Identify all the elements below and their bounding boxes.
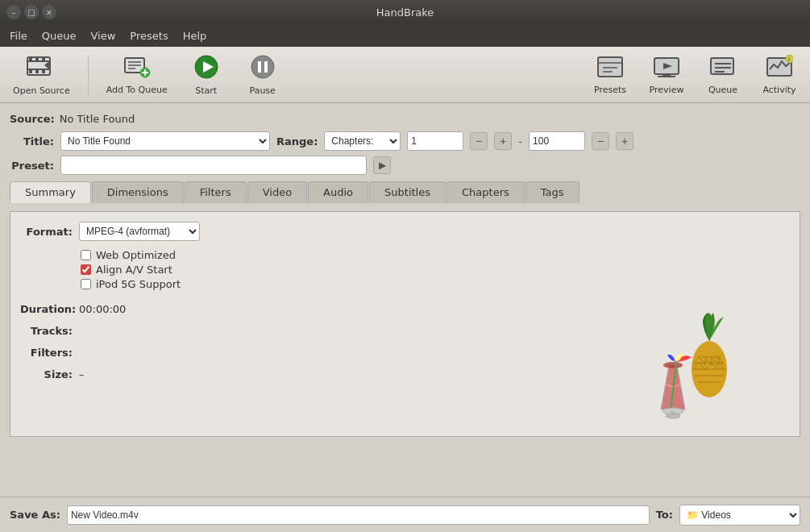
save-bar: Save As: To: 📁 Videos xyxy=(0,497,810,532)
open-source-label: Open Source xyxy=(13,85,70,96)
range-start-input[interactable] xyxy=(407,131,463,151)
preset-label: Preset: xyxy=(10,160,54,172)
pause-button[interactable]: Pause xyxy=(239,51,287,99)
add-to-queue-icon xyxy=(123,55,151,82)
minimize-button[interactable]: – xyxy=(6,5,21,19)
web-optimized-label: Web Optimized xyxy=(96,249,176,261)
tracks-row: Tracks: xyxy=(20,325,790,337)
queue-label: Queue xyxy=(708,85,737,95)
save-filename-input[interactable] xyxy=(67,505,650,525)
tab-chapters[interactable]: Chapters xyxy=(447,181,525,203)
activity-button[interactable]: i Activity xyxy=(755,52,804,98)
svg-point-18 xyxy=(251,56,274,78)
add-to-queue-label: Add To Queue xyxy=(106,85,168,95)
align-av-row: Align A/V Start xyxy=(81,264,790,276)
activity-label: Activity xyxy=(762,85,795,95)
svg-rect-8 xyxy=(42,70,45,73)
menu-view[interactable]: View xyxy=(84,27,122,44)
presets-icon xyxy=(596,55,624,82)
preview-button[interactable]: Preview xyxy=(642,52,691,98)
title-row: Title: No Title Found Range: Chapters: −… xyxy=(10,131,800,151)
range-dash: - xyxy=(518,135,522,148)
maximize-button[interactable]: □ xyxy=(24,5,39,19)
save-as-label: Save As: xyxy=(10,509,60,521)
size-value: – xyxy=(79,368,85,380)
range-end-minus[interactable]: − xyxy=(592,132,609,150)
tab-tags[interactable]: Tags xyxy=(525,181,579,203)
format-row: Format: MPEG-4 (avformat) MKV (libmatros… xyxy=(20,222,790,241)
title-select[interactable]: No Title Found xyxy=(60,131,270,151)
preview-label: Preview xyxy=(650,85,684,95)
align-av-label: Align A/V Start xyxy=(96,264,172,276)
svg-rect-7 xyxy=(35,70,39,73)
tab-content: Format: MPEG-4 (avformat) MKV (libmatros… xyxy=(10,211,800,437)
menu-help[interactable]: Help xyxy=(177,27,214,44)
start-icon xyxy=(193,54,220,83)
info-section: Duration: 00:00:00 Tracks: Filters: Size… xyxy=(20,303,790,380)
preset-row: Preset: Official > General > Fast 1080p3… xyxy=(10,156,800,175)
range-label: Range: xyxy=(276,135,318,148)
svg-text:i: i xyxy=(788,56,790,63)
toolbar-sep-1 xyxy=(88,55,89,95)
minimize-icon: – xyxy=(12,8,16,17)
add-to-queue-button[interactable]: Add To Queue xyxy=(100,52,174,98)
align-av-checkbox[interactable] xyxy=(81,264,91,275)
menu-queue[interactable]: Queue xyxy=(35,27,83,44)
range-select[interactable]: Chapters: xyxy=(324,131,401,151)
range-start-minus[interactable]: − xyxy=(470,132,488,150)
tab-audio[interactable]: Audio xyxy=(308,181,368,203)
open-source-button[interactable]: Open Source xyxy=(6,51,77,99)
filters-row: Filters: xyxy=(20,347,790,359)
preset-arrow-button[interactable]: ▶ xyxy=(373,156,391,174)
content-area: Source: No Title Found Title: No Title F… xyxy=(0,103,810,532)
close-button[interactable]: × xyxy=(42,5,56,19)
filters-label: Filters: xyxy=(20,347,73,359)
tab-summary[interactable]: Summary xyxy=(10,181,91,203)
size-row: Size: – xyxy=(20,368,790,380)
range-start-plus[interactable]: + xyxy=(494,132,512,150)
titlebar: – □ × HandBrake xyxy=(0,0,810,24)
app-title: HandBrake xyxy=(63,6,747,19)
duration-row: Duration: 00:00:00 xyxy=(20,303,790,315)
svg-rect-3 xyxy=(29,58,32,61)
source-label: Source: xyxy=(10,113,55,125)
web-optimized-checkbox[interactable] xyxy=(81,250,91,260)
queue-button[interactable]: Queue xyxy=(699,52,747,98)
start-button[interactable]: Start xyxy=(182,51,231,99)
tab-subtitles[interactable]: Subtitles xyxy=(369,181,446,203)
to-select[interactable]: 📁 Videos xyxy=(679,505,800,526)
format-select[interactable]: MPEG-4 (avformat) MKV (libmatroska) WebM… xyxy=(79,222,200,241)
toolbar: Open Source Add To Queue xyxy=(0,47,810,103)
duration-value: 00:00:00 xyxy=(79,303,126,315)
ipod-label: iPod 5G Support xyxy=(96,278,181,290)
range-end-input[interactable] xyxy=(529,131,585,151)
tab-dimensions[interactable]: Dimensions xyxy=(92,181,184,203)
tracks-label: Tracks: xyxy=(20,325,73,337)
svg-rect-4 xyxy=(35,58,39,61)
menu-file[interactable]: File xyxy=(3,27,34,44)
maximize-icon: □ xyxy=(27,8,35,17)
pause-icon xyxy=(249,54,276,83)
size-label: Size: xyxy=(20,368,73,380)
tab-video[interactable]: Video xyxy=(247,181,307,203)
svg-rect-5 xyxy=(42,58,45,61)
queue-icon xyxy=(709,55,737,82)
presets-button[interactable]: Presets xyxy=(586,52,634,98)
to-label: To: xyxy=(656,509,673,521)
tabs: Summary Dimensions Filters Video Audio S… xyxy=(10,181,800,203)
menu-presets[interactable]: Presets xyxy=(123,27,174,44)
web-optimized-row: Web Optimized xyxy=(81,249,790,261)
tab-filters[interactable]: Filters xyxy=(185,181,247,203)
ipod-row: iPod 5G Support xyxy=(81,278,790,290)
source-value: No Title Found xyxy=(60,113,135,125)
svg-rect-6 xyxy=(29,70,32,73)
svg-rect-20 xyxy=(264,61,268,73)
svg-rect-19 xyxy=(258,61,261,73)
svg-rect-21 xyxy=(598,57,622,77)
ipod-checkbox[interactable] xyxy=(81,279,91,289)
open-source-icon xyxy=(27,54,56,83)
range-end-plus[interactable]: + xyxy=(616,132,633,150)
preset-input[interactable]: Official > General > Fast 1080p30 xyxy=(60,156,367,175)
preview-icon xyxy=(653,55,680,82)
format-label: Format: xyxy=(20,226,73,238)
